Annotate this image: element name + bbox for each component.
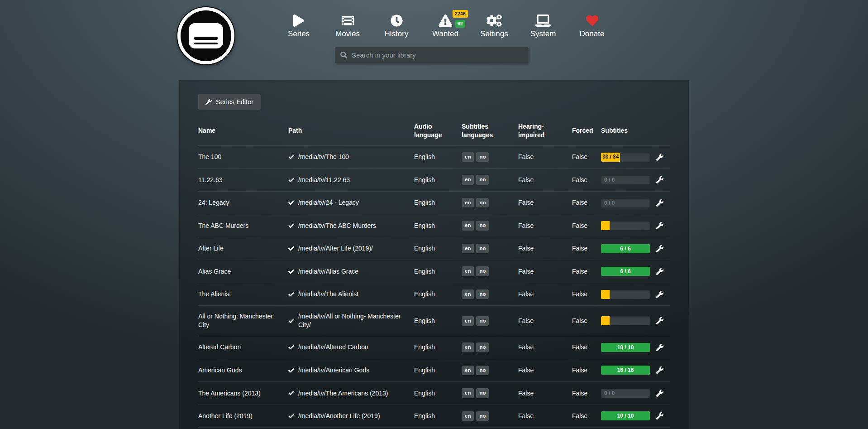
forced: False [572, 145, 601, 169]
nav-item-settings[interactable]: Settings [470, 14, 519, 39]
subtitle-language-badge: no [476, 388, 489, 398]
subtitle-language-badge: no [476, 316, 489, 326]
subtitles-progress-bar [601, 290, 650, 299]
column-header: Audio language [414, 122, 462, 145]
hearing-impaired: False [518, 237, 572, 260]
hearing-impaired: False [518, 306, 572, 336]
check-icon [288, 177, 294, 183]
subtitle-language-badge: en [462, 316, 474, 326]
series-name[interactable]: Altered Carbon [198, 336, 288, 359]
series-name[interactable]: Alias Grace [198, 260, 288, 283]
subtitles-count [601, 221, 610, 230]
warning-triangle-icon [439, 14, 452, 27]
wrench-icon[interactable] [656, 222, 670, 229]
wrench-icon[interactable] [656, 176, 670, 183]
subtitle-language-badge: en [462, 388, 474, 398]
check-icon [288, 390, 294, 396]
hearing-impaired: False [518, 260, 572, 283]
subtitles: 10 / 10 [601, 405, 656, 428]
audio-language: English [414, 405, 462, 428]
search-bar[interactable] [335, 47, 529, 63]
series-name[interactable]: The Alienist [198, 283, 288, 306]
subtitles-progress-bar: 0 / 0 [601, 389, 650, 398]
forced: False [572, 283, 601, 306]
wrench-icon[interactable] [656, 317, 670, 324]
series-name[interactable]: The Americans (2013) [198, 382, 288, 405]
table-row: 24: Legacy/media/tv/24 - LegacyEnglishen… [198, 191, 670, 214]
subtitles [601, 283, 656, 306]
series-name[interactable]: All or Nothing: Manchester City [198, 306, 288, 336]
check-icon [288, 367, 294, 373]
subtitle-language-badge: no [476, 244, 489, 254]
series-table-body: The 100/media/tv/The 100EnglishennoFalse… [198, 145, 670, 429]
table-row: The Americans (2013)/media/tv/The Americ… [198, 382, 670, 405]
subtitle-language-badge: en [462, 342, 474, 352]
subtitles-count: 6 / 6 [601, 267, 650, 276]
nav-item-history[interactable]: History [372, 14, 421, 39]
content-panel: Series Editor NamePathAudio languageSubt… [179, 80, 689, 429]
nav-item-wanted[interactable]: Wanted224662 [421, 14, 470, 39]
subtitles-languages: enno [462, 169, 518, 192]
subtitles-count: 16 / 16 [601, 366, 650, 375]
subtitle-language-badge: en [462, 175, 474, 185]
wrench-icon[interactable] [656, 245, 670, 252]
wrench-icon[interactable] [656, 154, 670, 161]
series-editor-button[interactable]: Series Editor [198, 94, 261, 110]
series-path: /media/tv/The ABC Murders [298, 222, 376, 230]
series-name[interactable]: 24: Legacy [198, 191, 288, 214]
wrench-icon[interactable] [656, 268, 670, 275]
wrench-icon[interactable] [656, 390, 670, 397]
subtitles-count: 0 / 0 [604, 389, 615, 398]
series-path: /media/tv/Another Life (2019) [298, 412, 380, 420]
nav-item-series[interactable]: Series [274, 14, 323, 39]
check-icon [288, 318, 294, 324]
audio-language: English [414, 145, 462, 169]
play-icon [293, 14, 304, 27]
nav-item-label: Series [288, 29, 310, 39]
series-path: /media/tv/Altered Carbon [298, 343, 368, 352]
nav-item-label: Donate [580, 29, 605, 39]
subtitles: 6 / 6 [601, 237, 656, 260]
series-path: /media/tv/11.22.63 [298, 176, 350, 184]
series-name[interactable]: American Gods [198, 359, 288, 382]
nav-item-donate[interactable]: Donate [568, 14, 616, 39]
subtitle-bubble-shape [189, 23, 223, 48]
subtitles-progress-bar: 10 / 10 [601, 343, 650, 352]
forced: False [572, 382, 601, 405]
subtitle-language-badge: no [476, 289, 489, 299]
series-path: /media/tv/Alias Grace [298, 267, 358, 276]
table-row: The 100/media/tv/The 100EnglishennoFalse… [198, 145, 670, 169]
check-icon [288, 413, 294, 419]
subtitles-count: 10 / 10 [601, 343, 650, 352]
subtitles-progress-bar: 16 / 16 [601, 366, 650, 375]
series-name[interactable]: The ABC Murders [198, 214, 288, 237]
series-name[interactable]: After Life [198, 237, 288, 260]
column-header: Hearing-impaired [518, 122, 572, 145]
subtitles-languages: enno [462, 191, 518, 214]
hearing-impaired: False [518, 359, 572, 382]
subtitles-progress-bar: 33 / 84 [601, 153, 650, 162]
subtitles: 33 / 84 [601, 145, 656, 169]
series-name[interactable]: 11.22.63 [198, 169, 288, 192]
wrench-icon[interactable] [656, 412, 670, 419]
subtitle-language-badge: en [462, 152, 474, 162]
forced: False [572, 359, 601, 382]
subtitles-languages: enno [462, 145, 518, 169]
hearing-impaired: False [518, 336, 572, 359]
subtitles-languages: enno [462, 382, 518, 405]
hearing-impaired: False [518, 382, 572, 405]
check-icon [288, 269, 294, 275]
search-input[interactable] [352, 51, 523, 59]
series-name[interactable]: The 100 [198, 145, 288, 169]
wrench-icon[interactable] [656, 344, 670, 351]
subtitles-count [601, 290, 610, 299]
wrench-icon[interactable] [656, 291, 670, 298]
audio-language: English [414, 260, 462, 283]
series-name[interactable]: Another Life (2019) [198, 405, 288, 428]
nav-item-system[interactable]: System [519, 14, 568, 39]
wanted-count-badge: 62 [455, 20, 465, 28]
app-logo[interactable] [176, 6, 235, 65]
nav-item-movies[interactable]: Movies [323, 14, 372, 39]
wrench-icon[interactable] [656, 199, 670, 207]
wrench-icon[interactable] [656, 366, 670, 374]
